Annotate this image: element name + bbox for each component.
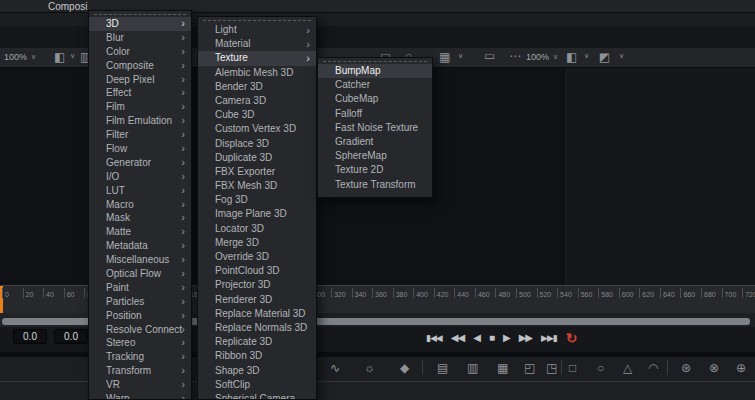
menu-item-cubemap[interactable]: CubeMap [318,92,432,106]
menu-item-paint[interactable]: Paint› [89,281,191,295]
menu-item-effect[interactable]: Effect› [89,86,191,100]
rectangle-mask-icon[interactable]: □ [569,360,576,376]
ellipse-mask-icon[interactable]: ○ [597,360,604,376]
menu-item-metadata[interactable]: Metadata› [89,239,191,253]
play-forward-button[interactable]: ▶ [503,330,510,346]
menu-item-override-3d[interactable]: Override 3D [198,250,316,264]
menu-item-miscellaneous[interactable]: Miscellaneous› [89,253,191,267]
right-zoom-dropdown-icon[interactable]: ∨ [553,53,558,61]
resize-icon[interactable]: ◳ [546,360,557,376]
left-zoom-dropdown-icon[interactable]: ∨ [31,53,36,61]
menu-item-transform[interactable]: Transform› [89,364,191,378]
menu-item-stereo[interactable]: Stereo› [89,336,191,350]
menu-item-blur[interactable]: Blur› [89,31,191,45]
menu-item-mask[interactable]: Mask› [89,211,191,225]
stop-button[interactable]: ■ [489,330,494,346]
menu-item-spherical-camera[interactable]: Spherical Camera [198,392,316,400]
range-end-field[interactable]: 0.0 [54,329,88,344]
menu-item-softclip[interactable]: SoftClip [198,378,316,392]
merge-node-icon[interactable]: ▥ [467,360,478,376]
goto-start-button[interactable]: ▮◀◀ [426,330,442,346]
loop-button[interactable]: ↻ [566,330,578,346]
menu-item-warp[interactable]: Warp› [89,392,191,400]
menu-item-fog-3d[interactable]: Fog 3D [198,193,316,207]
menu-item-film[interactable]: Film› [89,100,191,114]
menu-item-merge-3d[interactable]: Merge 3D [198,236,316,250]
fast-reverse-button[interactable]: ◀◀ [451,330,464,346]
layout-dropdown-icon[interactable]: ∨ [70,52,75,60]
menu-item-bumpmap[interactable]: BumpMap [318,64,432,78]
menu-tearoff-handle[interactable] [203,20,311,21]
split-b-dropdown-icon[interactable]: ∨ [619,52,624,60]
menu-item-material[interactable]: Material› [198,37,316,51]
safe-frame-icon[interactable]: ▭ [484,49,495,63]
viewer-options-icon[interactable]: ⋯ [509,49,521,63]
menu-item-fast-noise-texture[interactable]: Fast Noise Texture [318,121,432,135]
background-icon[interactable]: ▦ [497,360,508,376]
menu-item-color[interactable]: Color› [89,45,191,59]
menu-item-fbx-mesh-3d[interactable]: FBX Mesh 3D [198,179,316,193]
left-zoom-select[interactable]: 100% [4,52,27,62]
menu-item-texture-transform[interactable]: Texture Transform [318,178,432,192]
menu-item-ribbon-3d[interactable]: Ribbon 3D [198,349,316,363]
menu-item-camera-3d[interactable]: Camera 3D [198,94,316,108]
menu-item-light[interactable]: Light› [198,23,316,37]
menu-item-falloff[interactable]: Falloff [318,107,432,121]
split-a-dropdown-icon[interactable]: ∨ [584,52,589,60]
menu-item-fbx-exporter[interactable]: FBX Exporter [198,165,316,179]
menu-item-renderer-3d[interactable]: Renderer 3D [198,293,316,307]
menu-item-replace-material-3d[interactable]: Replace Material 3D [198,307,316,321]
menu-item-bender-3d[interactable]: Bender 3D [198,80,316,94]
transform-icon[interactable]: ◰ [524,360,535,376]
menu-item-vr[interactable]: VR› [89,378,191,392]
menu-item-image-plane-3d[interactable]: Image Plane 3D [198,207,316,221]
menu-item-3d[interactable]: 3D› [89,17,191,31]
planar-track-icon[interactable]: ⊗ [709,360,719,376]
menu-item-composite[interactable]: Composite› [89,59,191,73]
goto-end-button[interactable]: ▶▶▮ [541,330,557,346]
menu-item-generator[interactable]: Generator› [89,156,191,170]
paint-icon[interactable]: ⊛ [681,360,691,376]
menu-item-texture[interactable]: Texture› [198,51,316,65]
menu-item-duplicate-3d[interactable]: Duplicate 3D [198,151,316,165]
menu-item-alembic-mesh-3d[interactable]: Alembic Mesh 3D [198,66,316,80]
menu-item-pointcloud-3d[interactable]: PointCloud 3D [198,264,316,278]
menu-item-texture-2d[interactable]: Texture 2D [318,163,432,177]
menu-item-deep-pixel[interactable]: Deep Pixel› [89,73,191,87]
layout-split-icon[interactable]: ◧ [54,50,65,64]
color-curves-icon[interactable]: ∿ [330,360,340,376]
menu-item-replace-normals-3d[interactable]: Replace Normals 3D [198,321,316,335]
brightness-contrast-icon[interactable]: ☼ [364,360,375,376]
menu-item-position[interactable]: Position› [89,309,191,323]
menu-item-gradient[interactable]: Gradient [318,135,432,149]
menu-item-spheremap[interactable]: SphereMap [318,149,432,163]
menu-item-filter[interactable]: Filter› [89,128,191,142]
split-view-a-icon[interactable]: ◧ [566,50,577,64]
media-in-icon[interactable]: ▤ [437,360,448,376]
menu-item-shape-3d[interactable]: Shape 3D [198,364,316,378]
menu-item-locator-3d[interactable]: Locator 3D [198,222,316,236]
range-start-field[interactable]: 0.0 [13,329,47,344]
menu-item-displace-3d[interactable]: Displace 3D [198,137,316,151]
fast-forward-button[interactable]: ▶▶ [519,330,532,346]
grid-snap-icon[interactable]: ▦ [439,50,450,64]
composition-tab[interactable]: Composi [48,1,87,12]
menu-item-catcher[interactable]: Catcher [318,78,432,92]
menu-tearoff-handle[interactable] [94,14,186,15]
split-view-b-icon[interactable]: ◩ [599,50,610,64]
right-zoom-select[interactable]: 100% [526,52,549,62]
menu-tearoff-handle[interactable] [323,61,427,62]
menu-item-custom-vertex-3d[interactable]: Custom Vertex 3D [198,122,316,136]
menu-item-film-emulation[interactable]: Film Emulation› [89,114,191,128]
menu-item-matte[interactable]: Matte› [89,225,191,239]
menu-item-macro[interactable]: Macro› [89,198,191,212]
menu-item-tracking[interactable]: Tracking› [89,350,191,364]
particles-icon[interactable]: ⊕ [736,360,746,376]
menu-item-particles[interactable]: Particles› [89,295,191,309]
menu-item-i-o[interactable]: I/O› [89,170,191,184]
bspline-mask-icon[interactable]: ◠ [648,360,658,376]
menu-item-optical-flow[interactable]: Optical Flow› [89,267,191,281]
menu-item-lut[interactable]: LUT› [89,184,191,198]
menu-item-flow[interactable]: Flow› [89,142,191,156]
menu-item-projector-3d[interactable]: Projector 3D [198,278,316,292]
